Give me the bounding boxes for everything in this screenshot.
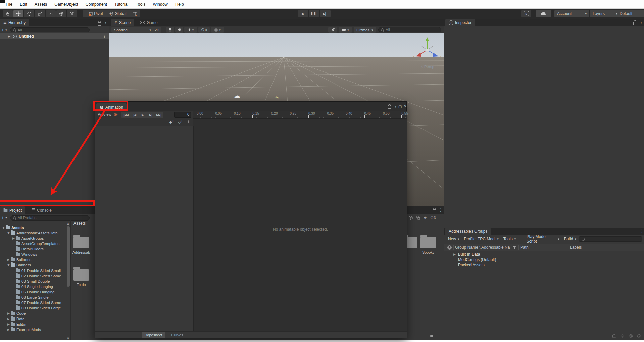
tree-item[interactable]: ▶ Balloons [0,257,66,262]
menu-item[interactable]: Tools [132,2,149,7]
tree-scrollbar[interactable]: ▲ ▼ [66,222,71,340]
scroll-up-icon[interactable]: ▲ [67,222,69,225]
tab-game[interactable]: Game [137,19,161,26]
folder-icon-addressableassetsdata[interactable] [73,237,89,248]
kebab-menu-icon[interactable]: ⋮ [102,34,106,38]
layout-dropdown[interactable]: Default▾ [617,10,644,17]
network-icon[interactable] [629,334,633,338]
animation-timeline-ruler[interactable]: ⋮ 0:000:050:100:150:200:250:300:350:400:… [193,111,407,119]
tab-dopesheet[interactable]: Dopesheet [142,332,165,338]
notifications-icon[interactable] [612,334,616,338]
tab-addressables-groups[interactable]: Addressables Groups [445,228,491,235]
addressables-search-input[interactable] [579,236,642,242]
tree-item[interactable]: 03 Small Double [0,279,66,284]
scene-camera-dropdown[interactable]: ▾ [339,27,352,33]
filter-icon[interactable] [512,245,516,249]
hidden-objects-toggle[interactable]: ∅ 0 [198,27,210,33]
profile-dropdown[interactable]: Profile: TPC Mode▾ [462,236,501,242]
menu-item[interactable]: Tutorial [111,2,132,7]
tree-item[interactable]: ▼ Banners [0,262,66,268]
animation-dopesheet-pane[interactable]: No animatable object selected. [193,126,407,331]
version-control-icon[interactable]: p [521,10,531,17]
projection-toggle[interactable]: ◁ Persp [420,65,434,69]
tab-console[interactable]: Console [28,206,55,214]
tab-project[interactable]: Project [0,206,25,214]
scroll-down-icon[interactable]: ▼ [67,337,69,340]
tab-animation[interactable]: Animation [96,103,127,111]
tab-hierarchy[interactable]: ☰ Hierarchy [0,19,29,26]
folder-label[interactable]: Addressab [71,250,91,254]
scale-tool-icon[interactable] [35,10,45,17]
expand-arrow-icon[interactable]: ▶ [453,253,458,256]
tree-item[interactable]: ▶ Code [0,311,66,316]
layers-dropdown[interactable]: Layers▾ [590,10,620,17]
play-button[interactable]: ▶ [298,10,308,17]
lock-icon[interactable] [98,22,101,26]
expand-arrow-icon[interactable]: ▶ [6,317,11,321]
play-mode-script-dropdown[interactable]: Play Mode Script▾ [525,236,561,242]
tree-item[interactable]: ▶ Data [0,316,66,322]
folder-icon-spooky[interactable] [420,237,436,248]
rect-tool-icon[interactable] [46,10,56,17]
expand-arrow-icon[interactable]: ▼ [1,226,6,229]
kebab-menu-icon[interactable]: ⋮ [394,104,398,108]
tree-item[interactable]: 08 Double Sided Large [0,305,66,311]
global-toggle-button[interactable]: Global [104,10,132,17]
column-group-name[interactable]: Group Name \ Addressable Na [454,245,511,250]
expand-arrow-icon[interactable]: ▼ [6,231,11,235]
tree-item[interactable]: 06 Large Single [0,295,66,300]
hierarchy-item-untitled[interactable]: ▶ Untitled ⋮ [0,33,109,39]
tree-item[interactable]: ▼ AddressableAssetsData [0,230,66,236]
expand-arrow-icon[interactable]: ▶ [11,237,16,240]
frame-number-field[interactable]: 0 [174,112,191,118]
help-icon[interactable]: ? [447,245,452,250]
expand-arrow-icon[interactable]: ▼ [6,263,11,267]
folder-label[interactable]: Spooky [418,250,438,254]
create-dropdown-icon[interactable]: ▾ [5,216,7,219]
tree-item[interactable]: DataBuilders [0,246,66,252]
hierarchy-search-input[interactable]: All [10,27,90,32]
lock-icon[interactable] [388,106,391,109]
step-button[interactable]: ▶▏ [320,10,331,17]
tab-curves[interactable]: Curves [167,332,187,338]
addressables-group-row[interactable]: ▶ Built In Data [444,252,644,257]
tree-item[interactable]: ▶ AssetGroups [0,236,66,241]
expand-arrow-icon[interactable]: ▶ [6,328,11,331]
scrollbar-thumb[interactable] [67,226,70,287]
tree-item[interactable]: 01 Double Sided Small [0,268,66,273]
animation-property-pane[interactable] [95,126,193,331]
effects-dropdown[interactable]: ▾ [184,27,197,33]
gizmos-dropdown[interactable]: Gizmos ▾ [354,27,376,33]
menu-item[interactable]: Window [149,2,171,7]
scene-tools-icon[interactable] [328,27,337,33]
lock-icon[interactable] [433,209,436,212]
add-keyframe-button[interactable]: ◆⁺ [169,120,174,124]
lighting-toggle-icon[interactable] [166,27,174,33]
close-icon[interactable]: × [404,104,406,109]
folder-icon-todo[interactable] [73,269,89,281]
add-event-button[interactable]: ◇⁺ [178,120,183,124]
pause-button[interactable]: ▌▌ [309,10,319,17]
column-path[interactable]: Path [518,245,568,250]
kebab-menu-icon[interactable]: ⋮ [640,229,644,233]
tools-dropdown[interactable]: Tools▾ [501,236,518,242]
rotate-tool-icon[interactable] [24,10,34,17]
build-dropdown[interactable]: Build▾ [562,236,578,242]
thumbnail-size-slider[interactable] [422,336,441,336]
column-labels[interactable]: Labels [568,245,605,250]
scene-search-input[interactable]: All [378,27,441,32]
audio-toggle-icon[interactable] [175,27,183,33]
record-button[interactable]: ◉ [114,112,117,117]
expand-arrow-icon[interactable]: ▶ [6,323,11,326]
preview-button[interactable]: Preview [98,112,111,116]
last-key-button[interactable]: ▶▶| [154,112,163,118]
progress-icon[interactable] [637,334,641,338]
move-tool-icon[interactable] [13,10,23,17]
slider-thumb[interactable] [430,335,433,337]
tree-item[interactable]: Windows [0,252,66,257]
create-button[interactable]: + [1,28,4,32]
maximize-icon[interactable]: ▢ [398,104,402,109]
custom-tool-icon[interactable] [67,10,77,17]
tree-item[interactable]: 04 Single Hanging [0,284,66,289]
expand-arrow-icon[interactable]: ▶ [6,312,11,315]
